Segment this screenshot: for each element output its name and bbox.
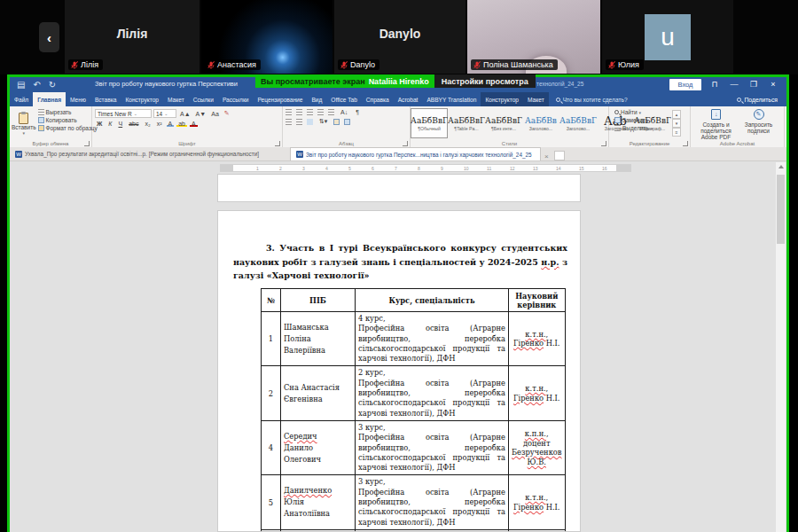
highlight-color-button[interactable]: ab: [176, 121, 187, 127]
subscript-button[interactable]: х₂: [143, 121, 152, 127]
ribbon-tab-конструктор[interactable]: Конструктор: [481, 92, 523, 106]
shrink-font-button[interactable]: А▼: [194, 111, 208, 117]
ribbon-tab-файл[interactable]: Файл: [10, 92, 33, 106]
multilevel-list-icon[interactable]: [307, 109, 313, 115]
decrease-indent-icon[interactable]: [317, 109, 324, 115]
copy-button[interactable]: Копировать: [38, 117, 98, 123]
font-color-button[interactable]: А: [190, 121, 198, 127]
participant-strip: ‹ Лілія Лілія Анастасия Danylo Danylo: [0, 0, 798, 74]
font-family-select[interactable]: Times New R⌄: [95, 109, 152, 118]
ribbon-tab-office-tab[interactable]: Office Tab: [326, 92, 361, 106]
muted-mic-icon: [71, 61, 78, 69]
select-icon: [614, 125, 621, 131]
style-card[interactable]: АаБбВвЗаголово...: [522, 108, 559, 138]
shading-icon[interactable]: [333, 119, 340, 125]
table-row: 1Шаманська Поліна Валеріївна4 курс, Проф…: [262, 312, 566, 366]
ribbon-tab-макет[interactable]: Макет: [523, 92, 549, 106]
bullets-icon[interactable]: [286, 109, 292, 115]
cell-student-name: Данилченко Юлія Анатоліївна: [281, 475, 356, 529]
cell-course: 4 курс, Професійна освіта (Аграрне вироб…: [356, 312, 509, 366]
superscript-button[interactable]: х²: [155, 121, 164, 127]
style-card[interactable]: АаБбВвГ¶Table Pa...: [448, 108, 485, 138]
ribbon-options-icon[interactable]: ⊓: [705, 77, 724, 91]
style-card[interactable]: АаБбВвГ¶Без инте...: [485, 108, 522, 138]
paste-button[interactable]: Вставить ▾: [12, 107, 36, 141]
italic-button[interactable]: К: [106, 121, 113, 127]
ribbon-tab-вставка[interactable]: Вставка: [90, 92, 121, 106]
sort-button[interactable]: А↓: [339, 109, 349, 115]
cell-student-name: Сна Анастасія Євгенівна: [281, 366, 356, 420]
styles-dialog-launcher[interactable]: [601, 141, 606, 146]
vertical-scrollbar[interactable]: [776, 162, 786, 532]
font-dialog-launcher[interactable]: [275, 141, 280, 146]
paragraph-group: А↓ ¶ ⇅▾ Абзац: [283, 106, 411, 147]
bold-button[interactable]: Ж: [95, 121, 104, 127]
find-button[interactable]: Найти▾: [614, 109, 690, 115]
style-card[interactable]: АаБбВвГЗаголово...: [559, 108, 597, 138]
ribbon-tab-главная[interactable]: Главная: [33, 92, 66, 106]
minimize-button[interactable]: —: [724, 77, 744, 91]
table-row: 2Сна Анастасія Євгенівна2 курс, Професій…: [262, 366, 566, 420]
document-tab[interactable]: WЗвіт про роботу наукового гуртка Перспе…: [290, 147, 541, 160]
ribbon-tab-ссылки[interactable]: Ссылки: [189, 92, 218, 106]
style-card[interactable]: АаБбВвГ¶Обычный: [411, 108, 448, 138]
ribbon-tab-макет[interactable]: Макет: [163, 92, 189, 106]
scroll-up-arrow-icon[interactable]: [778, 165, 784, 168]
font-size-select[interactable]: 14⌄: [153, 109, 176, 118]
previous-page-button[interactable]: ‹: [39, 22, 59, 52]
numbering-icon[interactable]: [296, 109, 302, 115]
editing-dialog-launcher[interactable]: [683, 141, 688, 146]
ribbon-tab-рецензирование[interactable]: Рецензирование: [254, 92, 308, 106]
horizontal-ruler[interactable]: 12345678910111213141516: [220, 164, 631, 172]
tell-me-box[interactable]: Что вы хотите сделать?: [549, 92, 635, 106]
ribbon-tab-abbyy-translation[interactable]: ABBYY Translation: [422, 92, 481, 106]
page[interactable]: 3. Участь в І турі Всеукраїнського конку…: [217, 210, 581, 532]
save-button[interactable]: ▤: [17, 78, 25, 91]
replace-button[interactable]: Заменить: [614, 117, 690, 123]
close-tab-icon[interactable]: ×: [541, 153, 552, 160]
undo-button[interactable]: ↶: [33, 78, 40, 91]
section-heading: 3. Участь в І турі Всеукраїнського конку…: [233, 241, 567, 283]
restore-button[interactable]: ❐: [744, 77, 763, 91]
document-tab[interactable]: WУхвала_Про результати акредитації освіт…: [10, 147, 290, 160]
underline-button[interactable]: Ч: [116, 121, 124, 127]
participant-tile[interactable]: Поліна Шаманська: [467, 0, 600, 74]
pilcrow-button[interactable]: ¶: [354, 109, 361, 115]
line-spacing-button[interactable]: ⇅▾: [317, 118, 329, 125]
align-justify-icon[interactable]: [307, 119, 313, 125]
borders-icon[interactable]: [344, 119, 350, 125]
align-center-icon[interactable]: [296, 119, 302, 125]
format-painter-button[interactable]: Формат по образцу: [38, 125, 98, 131]
participant-tile[interactable]: Danylo Danylo: [334, 0, 466, 74]
cut-button[interactable]: Вырезать: [38, 109, 98, 115]
ribbon-tab-меню[interactable]: Меню: [66, 92, 90, 106]
sign-in-button[interactable]: Вход: [669, 79, 701, 90]
ribbon-tab-конструктор[interactable]: Конструктор: [121, 92, 163, 106]
share-button[interactable]: Поделиться: [728, 92, 786, 106]
ribbon-tab-acrobat[interactable]: Acrobat: [394, 92, 423, 106]
participant-label: Лілія: [68, 59, 103, 70]
change-case-button[interactable]: Аа: [209, 111, 221, 117]
strikethrough-button[interactable]: abc: [127, 121, 140, 127]
redo-button[interactable]: ↻: [49, 78, 56, 91]
ribbon-tab-справка[interactable]: Справка: [362, 92, 394, 106]
paragraph-dialog-launcher[interactable]: [403, 141, 408, 146]
grow-font-button[interactable]: А▲: [178, 111, 192, 117]
align-left-icon[interactable]: [286, 119, 292, 125]
scrollbar-thumb[interactable]: [777, 175, 785, 244]
close-button[interactable]: ×: [763, 77, 783, 91]
ribbon-tab-вид[interactable]: Вид: [307, 92, 326, 106]
increase-indent-icon[interactable]: [328, 109, 334, 115]
text-effects-button[interactable]: А: [167, 121, 175, 127]
new-tab-button[interactable]: [554, 151, 565, 160]
clipboard-dialog-launcher[interactable]: [84, 141, 90, 146]
participant-tile[interactable]: Анастасия: [201, 0, 332, 74]
clear-formatting-button[interactable]: ✎: [223, 110, 231, 117]
view-options-button[interactable]: Настройки просмотра: [434, 74, 536, 88]
page-previous-bottom: [217, 174, 581, 202]
select-button[interactable]: Выделить▾: [614, 125, 690, 131]
participant-tile[interactable]: Лілія Лілія: [65, 0, 200, 74]
cell-course: 2 курс, Професійна освіта (Аграрне вироб…: [356, 366, 509, 420]
ribbon-tab-рассылки[interactable]: Рассылки: [218, 92, 254, 106]
participant-tile[interactable]: u Юлия: [602, 0, 733, 74]
